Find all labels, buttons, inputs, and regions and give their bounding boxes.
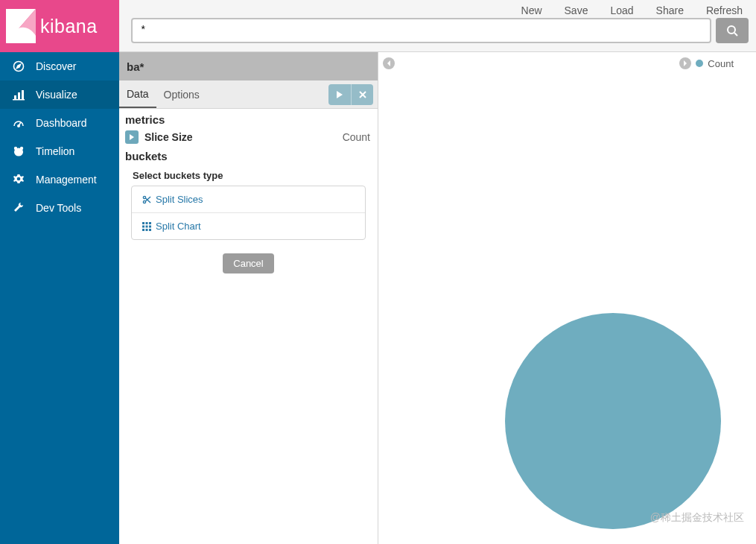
discard-button[interactable] xyxy=(351,84,373,105)
wrench-icon xyxy=(12,202,25,214)
svg-point-8 xyxy=(14,148,23,156)
nav-label: Management xyxy=(36,174,97,186)
action-refresh[interactable]: Refresh xyxy=(706,4,743,16)
cancel-button[interactable]: Cancel xyxy=(223,253,273,273)
watermark: @稀土掘金技术社区 xyxy=(650,511,744,525)
nav-item-discover[interactable]: Discover xyxy=(0,52,119,80)
visualization-area: Count @稀土掘金技术社区 xyxy=(378,52,756,544)
nav-item-management[interactable]: Management xyxy=(0,165,119,194)
bucket-split-slices[interactable]: Split Slices xyxy=(132,186,365,212)
metric-row[interactable]: Slice Size Count xyxy=(125,130,370,144)
brand-header[interactable]: kibana xyxy=(0,0,119,52)
tab-options[interactable]: Options xyxy=(156,80,207,108)
svg-point-14 xyxy=(143,196,145,198)
svg-rect-23 xyxy=(149,225,151,227)
action-new[interactable]: New xyxy=(521,4,542,16)
bear-icon xyxy=(12,145,25,157)
svg-rect-19 xyxy=(146,222,148,224)
nav-item-visualize[interactable]: Visualize xyxy=(0,80,119,109)
select-buckets-label: Select buckets type xyxy=(133,170,373,181)
svg-rect-20 xyxy=(149,222,151,224)
search-icon xyxy=(726,25,738,37)
nav-label: Visualize xyxy=(36,89,77,101)
svg-line-11 xyxy=(734,33,737,36)
chevron-left-icon xyxy=(386,60,392,66)
svg-rect-3 xyxy=(22,90,24,99)
svg-rect-25 xyxy=(146,229,148,231)
bucket-split-chart[interactable]: Split Chart xyxy=(132,212,365,239)
chevron-right-icon xyxy=(682,60,688,66)
nav-item-timelion[interactable]: Timelion xyxy=(0,137,119,165)
compass-icon xyxy=(12,60,25,72)
bucket-option-label: Split Chart xyxy=(156,221,201,232)
close-icon xyxy=(359,91,366,98)
svg-point-5 xyxy=(18,125,19,127)
bucket-list: Split Slices Split Chart xyxy=(131,186,366,240)
dashboard-icon xyxy=(12,117,25,129)
nav-label: Dev Tools xyxy=(36,202,81,214)
grid-icon xyxy=(142,222,151,231)
svg-point-9 xyxy=(17,177,21,181)
nav-label: Timelion xyxy=(36,145,74,157)
metric-value: Count xyxy=(343,131,370,143)
legend: Count xyxy=(679,57,734,69)
gear-icon xyxy=(12,174,25,186)
svg-point-15 xyxy=(143,200,145,203)
nav-item-devtools[interactable]: Dev Tools xyxy=(0,194,119,222)
svg-rect-21 xyxy=(142,225,144,227)
svg-rect-24 xyxy=(142,229,144,231)
sidebar: kibana Discover Visualize Dashboard Time… xyxy=(0,0,119,544)
buckets-heading: buckets xyxy=(125,150,373,162)
legend-label[interactable]: Count xyxy=(708,58,734,69)
collapse-panel-button[interactable] xyxy=(383,57,395,69)
kibana-logo-icon xyxy=(6,9,36,43)
legend-swatch xyxy=(696,60,703,67)
svg-rect-22 xyxy=(146,225,148,227)
chart-icon xyxy=(12,89,25,101)
apply-button[interactable] xyxy=(328,84,351,105)
pie-chart[interactable] xyxy=(505,313,721,529)
nav-label: Dashboard xyxy=(36,117,87,129)
brand-name: kibana xyxy=(40,16,98,37)
svg-rect-2 xyxy=(18,92,20,99)
play-icon xyxy=(336,91,343,98)
svg-point-10 xyxy=(728,26,735,34)
nav-label: Discover xyxy=(36,60,76,72)
scissors-icon xyxy=(142,195,151,204)
tab-data[interactable]: Data xyxy=(119,80,156,108)
panel-title: ba* xyxy=(127,60,144,73)
action-load[interactable]: Load xyxy=(610,4,633,16)
expand-icon xyxy=(125,130,139,144)
svg-rect-1 xyxy=(14,95,16,99)
metrics-heading: metrics xyxy=(125,113,373,126)
search-input[interactable] xyxy=(140,25,702,37)
svg-rect-4 xyxy=(13,99,25,101)
search-button[interactable] xyxy=(716,18,749,43)
svg-rect-26 xyxy=(149,229,151,231)
config-panel: ba* Data Options xyxy=(119,52,378,544)
svg-rect-18 xyxy=(142,222,144,224)
panel-header: ba* xyxy=(119,52,378,80)
action-save[interactable]: Save xyxy=(565,4,588,16)
collapse-legend-button[interactable] xyxy=(679,57,691,69)
bucket-option-label: Split Slices xyxy=(156,194,203,205)
action-share[interactable]: Share xyxy=(656,4,684,16)
search-input-wrap[interactable] xyxy=(131,18,711,43)
topbar: New Save Load Share Refresh xyxy=(119,0,756,52)
nav-item-dashboard[interactable]: Dashboard xyxy=(0,109,119,137)
metric-label: Slice Size xyxy=(144,131,193,143)
